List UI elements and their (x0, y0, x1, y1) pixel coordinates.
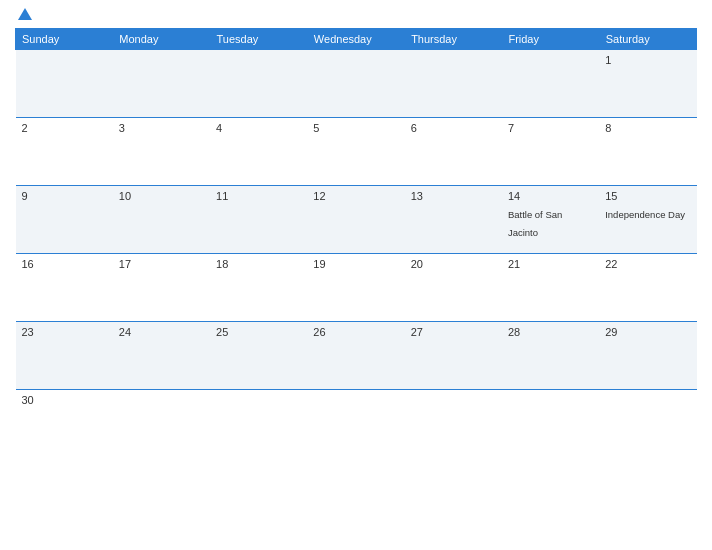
calendar-cell: 20 (405, 254, 502, 322)
calendar-cell: 23 (16, 322, 113, 390)
day-number: 15 (605, 190, 690, 202)
calendar-container: SundayMondayTuesdayWednesdayThursdayFrid… (0, 0, 712, 550)
calendar-cell: 6 (405, 118, 502, 186)
calendar-cell: 9 (16, 186, 113, 254)
day-number: 29 (605, 326, 690, 338)
calendar-cell (210, 50, 307, 118)
calendar-cell: 5 (307, 118, 404, 186)
weekday-header-row: SundayMondayTuesdayWednesdayThursdayFrid… (16, 29, 697, 50)
calendar-cell: 30 (16, 390, 113, 458)
calendar-cell: 27 (405, 322, 502, 390)
calendar-cell: 12 (307, 186, 404, 254)
calendar-cell: 24 (113, 322, 210, 390)
holiday-text: Battle of San Jacinto (508, 209, 562, 238)
day-number: 5 (313, 122, 398, 134)
calendar-week-row: 30 (16, 390, 697, 458)
calendar-cell: 3 (113, 118, 210, 186)
calendar-cell: 11 (210, 186, 307, 254)
day-number: 25 (216, 326, 301, 338)
calendar-cell (502, 390, 599, 458)
calendar-cell: 16 (16, 254, 113, 322)
day-number: 2 (22, 122, 107, 134)
calendar-cell: 15Independence Day (599, 186, 696, 254)
logo-triangle-icon (18, 8, 32, 20)
day-number: 8 (605, 122, 690, 134)
day-number: 18 (216, 258, 301, 270)
calendar-week-row: 16171819202122 (16, 254, 697, 322)
day-number: 28 (508, 326, 593, 338)
calendar-cell: 4 (210, 118, 307, 186)
weekday-header-friday: Friday (502, 29, 599, 50)
calendar-cell (405, 50, 502, 118)
day-number: 26 (313, 326, 398, 338)
calendar-cell (210, 390, 307, 458)
day-number: 14 (508, 190, 593, 202)
calendar-cell: 28 (502, 322, 599, 390)
day-number: 20 (411, 258, 496, 270)
day-number: 11 (216, 190, 301, 202)
day-number: 7 (508, 122, 593, 134)
calendar-cell: 18 (210, 254, 307, 322)
calendar-cell (113, 50, 210, 118)
calendar-cell: 8 (599, 118, 696, 186)
calendar-cell: 25 (210, 322, 307, 390)
day-number: 3 (119, 122, 204, 134)
calendar-header (15, 10, 697, 20)
holiday-text: Independence Day (605, 209, 685, 220)
calendar-cell: 22 (599, 254, 696, 322)
calendar-cell (16, 50, 113, 118)
day-number: 10 (119, 190, 204, 202)
calendar-week-row: 2345678 (16, 118, 697, 186)
calendar-cell (502, 50, 599, 118)
calendar-cell: 14Battle of San Jacinto (502, 186, 599, 254)
weekday-header-saturday: Saturday (599, 29, 696, 50)
calendar-table: SundayMondayTuesdayWednesdayThursdayFrid… (15, 28, 697, 458)
day-number: 23 (22, 326, 107, 338)
calendar-cell: 13 (405, 186, 502, 254)
weekday-header-sunday: Sunday (16, 29, 113, 50)
day-number: 30 (22, 394, 107, 406)
weekday-header-tuesday: Tuesday (210, 29, 307, 50)
calendar-week-row: 91011121314Battle of San Jacinto15Indepe… (16, 186, 697, 254)
day-number: 4 (216, 122, 301, 134)
weekday-header-wednesday: Wednesday (307, 29, 404, 50)
calendar-cell: 2 (16, 118, 113, 186)
day-number: 9 (22, 190, 107, 202)
calendar-cell: 19 (307, 254, 404, 322)
logo (15, 10, 32, 20)
day-number: 6 (411, 122, 496, 134)
day-number: 19 (313, 258, 398, 270)
calendar-cell: 26 (307, 322, 404, 390)
day-number: 21 (508, 258, 593, 270)
calendar-cell (113, 390, 210, 458)
calendar-week-row: 23242526272829 (16, 322, 697, 390)
calendar-cell: 29 (599, 322, 696, 390)
day-number: 1 (605, 54, 690, 66)
day-number: 24 (119, 326, 204, 338)
calendar-cell: 10 (113, 186, 210, 254)
calendar-cell (599, 390, 696, 458)
calendar-cell: 21 (502, 254, 599, 322)
calendar-cell: 1 (599, 50, 696, 118)
weekday-header-monday: Monday (113, 29, 210, 50)
calendar-cell: 7 (502, 118, 599, 186)
calendar-cell: 17 (113, 254, 210, 322)
day-number: 27 (411, 326, 496, 338)
weekday-header-thursday: Thursday (405, 29, 502, 50)
calendar-cell (307, 50, 404, 118)
day-number: 17 (119, 258, 204, 270)
calendar-week-row: 1 (16, 50, 697, 118)
day-number: 13 (411, 190, 496, 202)
day-number: 12 (313, 190, 398, 202)
day-number: 16 (22, 258, 107, 270)
calendar-cell (405, 390, 502, 458)
day-number: 22 (605, 258, 690, 270)
calendar-cell (307, 390, 404, 458)
